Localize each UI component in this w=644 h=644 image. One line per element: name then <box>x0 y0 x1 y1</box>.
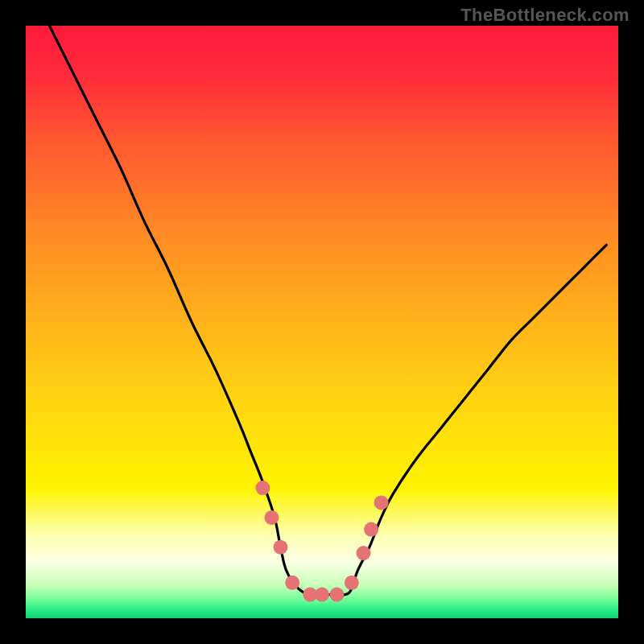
chart-frame: TheBottleneck.com <box>0 0 644 644</box>
marker-dot <box>374 495 389 510</box>
marker-dot <box>285 576 299 590</box>
marker-dot <box>315 588 329 602</box>
marker-dot <box>357 546 371 560</box>
border <box>0 618 644 644</box>
border <box>0 0 26 644</box>
watermark-text: TheBottleneck.com <box>460 5 630 26</box>
border <box>618 0 644 644</box>
marker-dot <box>364 522 378 537</box>
bottleneck-chart <box>0 0 644 644</box>
marker-dot <box>273 540 287 555</box>
marker-dot <box>345 576 359 590</box>
marker-dot <box>255 481 270 495</box>
marker-dot <box>264 510 279 525</box>
marker-dot <box>329 588 344 602</box>
